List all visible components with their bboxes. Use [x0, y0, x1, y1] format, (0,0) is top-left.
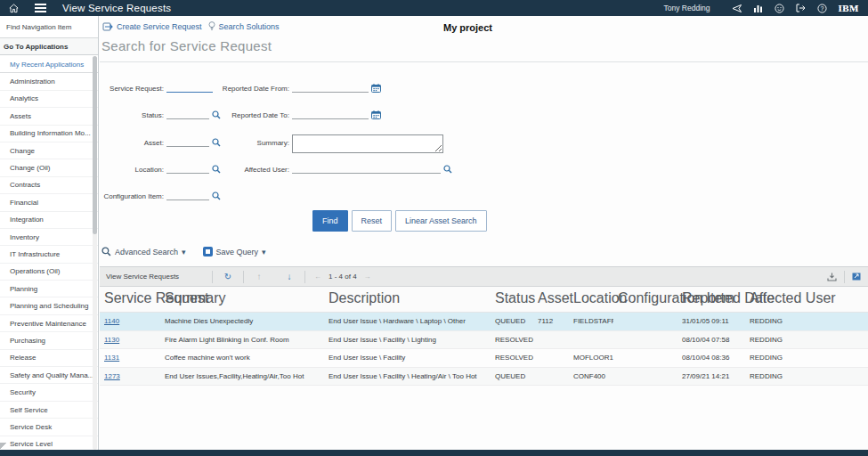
cell-status: QUEUED — [491, 313, 533, 330]
cell-affected-user: REDDING — [745, 368, 868, 386]
sidebar-scrollbar-thumb[interactable] — [93, 56, 97, 234]
table-header-row: Service Request Summary Description Stat… — [100, 287, 868, 313]
sidebar-item-operations-oil[interactable]: Operations (Oil) — [0, 264, 98, 281]
previous-page-icon[interactable]: ← — [314, 273, 321, 281]
reported-date-to-calendar-icon[interactable] — [371, 110, 381, 119]
sidebar-item-assets[interactable]: Assets — [0, 108, 98, 125]
save-query-menu[interactable]: Save Query ▾ — [203, 247, 266, 256]
save-query-icon — [203, 247, 213, 256]
linear-asset-search-button[interactable]: Linear Asset Search — [395, 210, 487, 232]
reported-date-from-calendar-icon[interactable] — [371, 84, 381, 93]
sidebar-item-administration[interactable]: Administration — [0, 73, 98, 90]
table-row[interactable]: 1140Machine Dies UnexpectedlyEnd User Is… — [100, 313, 868, 331]
sidebar-item-change[interactable]: Change — [0, 142, 98, 159]
status-input[interactable] — [166, 109, 209, 119]
column-header-description[interactable]: Description — [324, 287, 491, 312]
sidebar-item-contracts[interactable]: Contracts — [0, 177, 98, 194]
next-row-icon[interactable]: ↓ — [274, 272, 304, 281]
cell-summary: Coffee machine won't work — [160, 349, 324, 367]
summary-input[interactable] — [292, 134, 443, 153]
sidebar-item-change-oil[interactable]: Change (Oil) — [0, 159, 98, 176]
sidebar-item-service-level[interactable]: Service Level — [0, 436, 98, 450]
cell-location: CONF400 — [569, 368, 613, 386]
column-header-reported-date[interactable]: Reported Date — [677, 287, 745, 312]
column-header-configuration-item[interactable]: Configuration Item — [613, 287, 677, 312]
reports-icon[interactable] — [748, 0, 769, 16]
column-header-summary[interactable]: Summary — [160, 287, 324, 312]
reset-button[interactable]: Reset — [352, 210, 393, 232]
reported-date-from-input[interactable] — [292, 82, 369, 93]
sidebar-item-it-infrastructure[interactable]: IT Infrastructure — [0, 246, 98, 263]
advanced-search-menu[interactable]: Advanced Search ▾ — [101, 247, 186, 256]
cell-description: End User Issue \ Facility \ Heating/Air … — [324, 368, 491, 386]
service-request-id-link[interactable]: 1130 — [104, 336, 119, 344]
cell-location: MOFLOOR1 — [569, 349, 613, 367]
sidebar-item-analytics[interactable]: Analytics — [0, 91, 98, 108]
affected-user-input[interactable] — [292, 163, 441, 174]
location-input[interactable] — [166, 163, 209, 174]
cell-configuration-item — [613, 313, 677, 330]
search-solutions-link[interactable]: Search Solutions — [208, 21, 280, 31]
sidebar-item-integration[interactable]: Integration — [0, 212, 98, 229]
column-header-location[interactable]: Location — [569, 287, 613, 312]
sidebar-item-my-recent-applications[interactable]: My Recent Applications — [0, 56, 98, 73]
table-row[interactable]: 1130Fire Alarm Light Blinking in Conf. R… — [100, 331, 868, 350]
configuration-item-input[interactable] — [166, 190, 209, 200]
sidebar-item-safety-and-quality-mana[interactable]: Safety and Quality Mana... — [0, 367, 98, 384]
reported-date-to-label: Reported Date To: — [205, 111, 289, 119]
search-heading: Search for Service Request — [101, 38, 272, 53]
cell-asset — [533, 368, 569, 386]
cell-status: RESOLVED — [491, 331, 533, 349]
configuration-item-lookup-icon[interactable] — [212, 191, 221, 200]
reported-date-to-input[interactable] — [292, 109, 369, 119]
sidebar-item-financial[interactable]: Financial — [0, 194, 98, 211]
menu-icon[interactable] — [27, 4, 53, 12]
help-icon[interactable]: ? — [812, 0, 833, 16]
service-request-id-link[interactable]: 1273 — [104, 372, 120, 380]
table-body: 1140Machine Dies UnexpectedlyEnd User Is… — [100, 313, 868, 386]
previous-row-icon[interactable]: ↑ — [244, 272, 274, 281]
find-button[interactable]: Find — [312, 210, 348, 232]
column-header-service-request[interactable]: Service Request — [100, 287, 160, 312]
table-row[interactable]: 1131Coffee machine won't workEnd User Is… — [100, 349, 868, 368]
cell-reported-date: 31/01/05 09:11 — [677, 313, 745, 330]
home-icon[interactable] — [0, 4, 27, 13]
column-header-affected-user[interactable]: Affected User — [745, 287, 868, 312]
service-request-id-link[interactable]: 1131 — [104, 354, 119, 362]
asset-input[interactable] — [166, 136, 209, 147]
sidebar-item-planning[interactable]: Planning — [0, 281, 98, 297]
sidebar-item-building-information-mo[interactable]: Building Information Mo... — [0, 126, 98, 142]
svg-text:?: ? — [821, 4, 824, 11]
location-label: Location: — [100, 166, 164, 174]
sidebar-item-purchasing[interactable]: Purchasing — [0, 332, 98, 349]
cell-reported-date: 08/10/04 08:36 — [677, 349, 745, 367]
sidebar-item-service-desk[interactable]: Service Desk — [0, 419, 98, 436]
sidebar-item-self-service[interactable]: Self Service — [0, 402, 98, 419]
table-row[interactable]: 1273End User Issues,Facility,Heating/Air… — [100, 368, 868, 387]
sidebar-scrollbar[interactable] — [93, 56, 97, 450]
column-header-asset[interactable]: Asset — [533, 287, 569, 312]
sidebar-item-planning-and-scheduling[interactable]: Planning and Scheduling — [0, 297, 98, 314]
profile-icon[interactable] — [769, 0, 791, 16]
sidebar-item-preventive-maintenance[interactable]: Preventive Maintenance — [0, 315, 98, 332]
create-service-request-link[interactable]: Create Service Request — [102, 22, 202, 31]
sign-out-icon[interactable] — [791, 0, 812, 16]
service-request-id-link[interactable]: 1140 — [104, 317, 119, 325]
table-toolbar: View Service Requests ↻ ↑ ↓ ← 1 - 4 of 4… — [100, 267, 868, 287]
sidebar-item-release[interactable]: Release — [0, 350, 98, 367]
maximize-icon[interactable] — [852, 273, 861, 281]
page-title: View Service Requests — [62, 3, 171, 13]
sidebar-item-inventory[interactable]: Inventory — [0, 229, 98, 246]
chevron-down-icon: ▾ — [182, 248, 186, 256]
user-name[interactable]: Tony Redding — [664, 4, 710, 12]
resize-corner[interactable] — [0, 443, 7, 450]
affected-user-lookup-icon[interactable] — [443, 165, 452, 174]
announcements-icon[interactable] — [726, 0, 748, 16]
download-icon[interactable] — [827, 273, 837, 281]
column-header-status[interactable]: Status — [491, 287, 533, 312]
next-page-icon[interactable]: → — [364, 273, 371, 281]
refresh-icon[interactable]: ↻ — [213, 272, 243, 281]
top-navigation-bar: View Service Requests Tony Redding ? IBM — [0, 0, 868, 16]
sidebar-item-security[interactable]: Security — [0, 384, 98, 401]
find-navigation-input[interactable]: Find Navigation Item — [0, 16, 98, 38]
